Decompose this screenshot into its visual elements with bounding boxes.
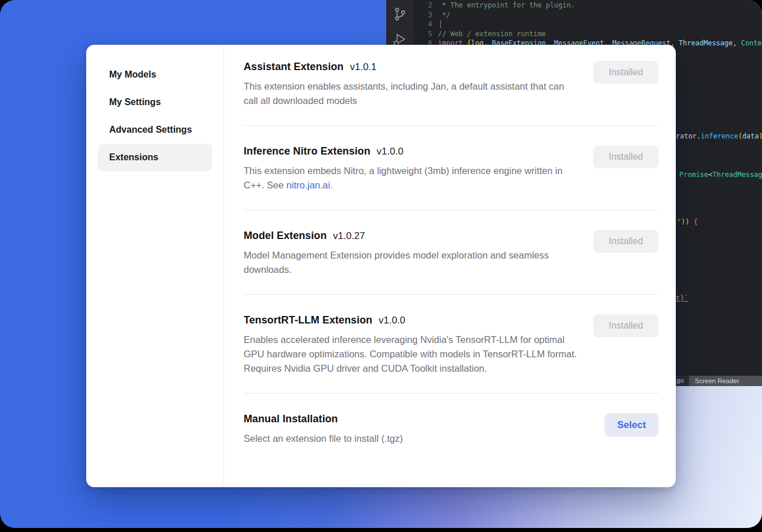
extension-name: Manual Installation (244, 413, 338, 425)
extension-description: This extension enables assistants, inclu… (244, 79, 577, 108)
status-bar-fragment[interactable]: go (676, 377, 684, 384)
sidebar-item-label: My Settings (109, 97, 161, 107)
extension-text: TensortRT-LLM Extension v1.0.0 Enables a… (244, 314, 577, 376)
extension-version: v1.0.27 (333, 230, 365, 242)
source-control-icon[interactable] (393, 7, 407, 22)
extension-description: This extension embeds Nitro, a lightweig… (244, 164, 577, 192)
extension-version: v1.0.1 (350, 61, 376, 73)
extension-name: TensortRT-LLM Extension (244, 314, 372, 326)
line-number: 3 (414, 10, 432, 20)
sidebar-item-extensions[interactable]: Extensions (98, 144, 212, 171)
sidebar-item-my-models[interactable]: My Models (98, 61, 212, 88)
extension-description: Select an extension file to install (.tg… (244, 431, 403, 446)
extension-version: v1.0.0 (377, 146, 403, 157)
extension-title: Model Extension v1.0.27 (244, 230, 577, 242)
line-source: // Web / extension runtime (432, 29, 546, 39)
sidebar-item-my-settings[interactable]: My Settings (98, 88, 212, 116)
sidebar-item-label: My Models (109, 70, 156, 80)
sidebar-item-label: Extensions (109, 152, 158, 163)
code-line: 4 (414, 20, 762, 29)
screen-reader-optimized-item[interactable]: Screen Reader Optimized (689, 376, 762, 386)
extension-row: Assistant Extension v1.0.1 This extensio… (244, 45, 659, 126)
line-number: 5 (414, 29, 432, 39)
sidebar-item-label: Advanced Settings (109, 125, 192, 135)
text-cursor (440, 20, 441, 28)
line-number: 4 (414, 20, 432, 29)
extension-title: TensortRT-LLM Extension v1.0.0 (244, 314, 577, 326)
extension-text: Inference Nitro Extension v1.0.0 This ex… (244, 145, 577, 192)
installed-button[interactable]: Installed (593, 314, 659, 337)
code-fragment: ")) { (677, 217, 698, 226)
extension-name: Inference Nitro Extension (244, 145, 371, 157)
extension-link[interactable]: nitro.jan.ai. (286, 180, 333, 190)
extension-description: Model Management Extension provides mode… (244, 248, 577, 277)
extension-name: Assistant Extension (244, 61, 344, 73)
extension-row: Manual Installation Select an extension … (244, 394, 659, 463)
extension-row: Model Extension v1.0.27 Model Management… (244, 210, 659, 295)
code-line: 3 */ (414, 10, 762, 20)
extension-row: Inference Nitro Extension v1.0.0 This ex… (244, 126, 659, 210)
extension-description: Enables accelerated inference leveraging… (244, 333, 577, 376)
extension-text: Manual Installation Select an extension … (244, 413, 403, 446)
line-source: * The entrypoint for the plugin. (432, 1, 575, 10)
line-source (432, 20, 438, 29)
extension-title: Assistant Extension v1.0.1 (244, 61, 577, 73)
settings-modal: My Models My Settings Advanced Settings … (86, 45, 676, 487)
installed-button[interactable]: Installed (593, 61, 659, 84)
extension-title: Inference Nitro Extension v1.0.0 (244, 145, 577, 157)
settings-sidebar: My Models My Settings Advanced Settings … (86, 45, 224, 487)
code-lines: 2 * The entrypoint for the plugin.3 */45… (414, 1, 762, 48)
extension-text: Model Extension v1.0.27 Model Management… (244, 230, 577, 277)
extension-title: Manual Installation (244, 413, 403, 425)
extension-row: TensortRT-LLM Extension v1.0.0 Enables a… (244, 295, 659, 394)
extension-text: Assistant Extension v1.0.1 This extensio… (244, 61, 577, 108)
app-window: 2 * The entrypoint for the plugin.3 */45… (0, 0, 762, 528)
code-fragment: t}` (676, 294, 688, 303)
installed-button[interactable]: Installed (593, 145, 659, 168)
extension-name: Model Extension (244, 230, 327, 242)
code-line: 5// Web / extension runtime (414, 29, 762, 39)
code-fragment: rator.inference(data)); (676, 132, 762, 141)
sidebar-item-advanced-settings[interactable]: Advanced Settings (98, 116, 212, 144)
line-number: 2 (414, 1, 432, 10)
code-line: 2 * The entrypoint for the plugin. (414, 1, 762, 10)
extensions-list: Assistant Extension v1.0.1 This extensio… (224, 45, 676, 487)
installed-button[interactable]: Installed (593, 230, 659, 253)
extension-version: v1.0.0 (379, 315, 405, 326)
line-source: */ (432, 10, 451, 20)
select-extension-file-button[interactable]: Select (605, 413, 659, 437)
code-fragment: Promise<ThreadMessage> (679, 170, 762, 179)
